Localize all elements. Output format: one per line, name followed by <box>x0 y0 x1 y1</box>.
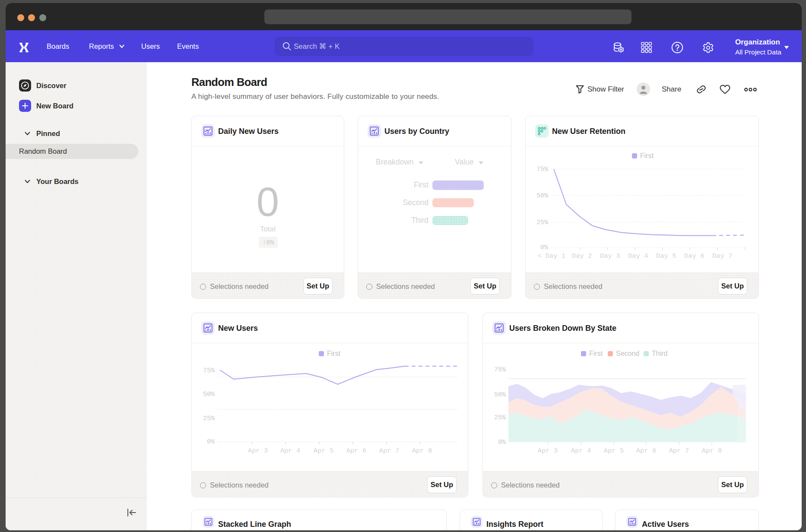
svg-text:0%: 0% <box>540 244 549 251</box>
svg-text:50%: 50% <box>494 391 506 399</box>
svg-text:Apr 6: Apr 6 <box>346 447 367 455</box>
svg-text:Apr 7: Apr 7 <box>379 447 400 455</box>
svg-text:50%: 50% <box>536 192 549 200</box>
svg-text:Apr 4: Apr 4 <box>280 447 301 455</box>
svg-text:Apr 8: Apr 8 <box>702 447 722 455</box>
svg-text:75%: 75% <box>494 366 506 374</box>
svg-text:< Day 1: < Day 1 <box>537 252 565 260</box>
svg-text:Apr 5: Apr 5 <box>314 447 334 455</box>
svg-text:Apr 4: Apr 4 <box>571 447 591 455</box>
svg-text:Apr 8: Apr 8 <box>412 447 432 455</box>
svg-text:25%: 25% <box>203 415 215 422</box>
svg-text:Day 5: Day 5 <box>656 252 676 260</box>
svg-text:0%: 0% <box>498 439 506 446</box>
svg-text:Day 4: Day 4 <box>628 252 648 260</box>
svg-text:25%: 25% <box>536 219 549 226</box>
svg-text:Apr 3: Apr 3 <box>248 447 268 455</box>
svg-text:50%: 50% <box>203 391 215 398</box>
svg-text:Day 3: Day 3 <box>600 252 620 260</box>
svg-text:75%: 75% <box>203 367 215 374</box>
svg-text:Apr 7: Apr 7 <box>669 447 689 455</box>
svg-text:25%: 25% <box>494 414 506 421</box>
svg-text:Day 7: Day 7 <box>712 252 733 260</box>
svg-text:Day 2: Day 2 <box>572 252 592 260</box>
svg-text:Apr 3: Apr 3 <box>538 447 558 455</box>
svg-text:Apr 5: Apr 5 <box>604 447 624 455</box>
svg-text:Apr 6: Apr 6 <box>636 447 657 455</box>
svg-text:Day 6: Day 6 <box>684 252 704 260</box>
svg-text:75%: 75% <box>536 166 549 173</box>
svg-text:0%: 0% <box>207 438 215 446</box>
